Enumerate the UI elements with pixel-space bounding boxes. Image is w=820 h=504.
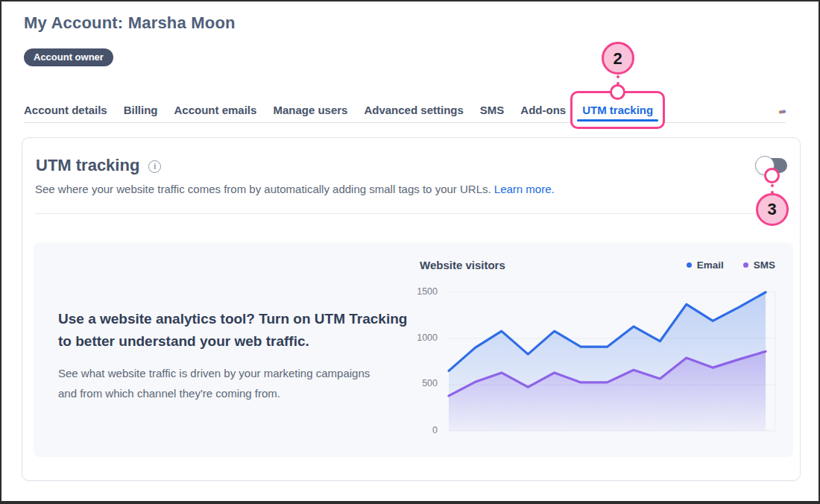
active-tab-underline xyxy=(577,119,658,122)
annotation-anchor-3 xyxy=(764,168,780,183)
utm-tracking-toggle[interactable]: 3 xyxy=(757,158,787,173)
learn-more-link[interactable]: Learn more. xyxy=(494,183,555,195)
promo-card: Use a website analytics tool? Turn on UT… xyxy=(34,242,793,457)
panel-divider xyxy=(35,213,788,214)
panel-title-row: UTM tracking i xyxy=(36,156,161,175)
promo-body: See what website traffic is driven by yo… xyxy=(58,363,370,403)
tab-manage-users[interactable]: Manage users xyxy=(273,103,347,117)
tab-advanced-settings[interactable]: Advanced settings xyxy=(364,103,463,117)
tab-bar: Account details Billing Account emails M… xyxy=(24,103,653,117)
tab-billing[interactable]: Billing xyxy=(124,103,158,117)
account-owner-badge: Account owner xyxy=(24,48,113,66)
annotation-step-2-badge: 2 xyxy=(602,42,634,75)
website-visitors-chart: Website visitors Email SMS 1500 1000 500… xyxy=(417,256,778,444)
tabs-divider xyxy=(24,122,786,123)
clipped-glyph xyxy=(779,110,786,113)
tab-add-ons[interactable]: Add-ons xyxy=(520,103,566,117)
tab-account-emails[interactable]: Account emails xyxy=(174,103,257,117)
promo-heading: Use a website analytics tool? Turn on UT… xyxy=(58,308,407,353)
chart-plot xyxy=(417,256,778,441)
panel-description: See where your website traffic comes fro… xyxy=(35,181,555,198)
tab-sms[interactable]: SMS xyxy=(480,103,505,117)
tab-utm-tracking[interactable]: UTM tracking 2 xyxy=(582,103,653,117)
page-title: My Account: Marsha Moon xyxy=(24,13,236,33)
utm-tracking-panel: UTM tracking i 3 See where your website … xyxy=(22,137,801,481)
annotation-anchor-2 xyxy=(610,84,625,100)
tab-account-details[interactable]: Account details xyxy=(24,103,107,117)
panel-title: UTM tracking xyxy=(36,156,139,175)
annotation-step-3-badge: 3 xyxy=(756,193,789,226)
account-settings-window: { "header": { "title": "My Account: Mars… xyxy=(0,0,820,504)
description-text: See where your website traffic comes fro… xyxy=(35,183,491,195)
info-icon[interactable]: i xyxy=(148,160,161,173)
